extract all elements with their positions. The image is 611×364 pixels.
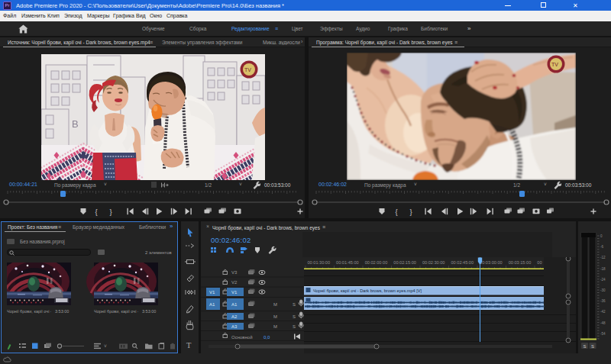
svg-text:TV: TV <box>551 62 558 67</box>
svg-text:-24: -24 <box>600 278 606 282</box>
svg-text:-12: -12 <box>600 256 606 259</box>
svg-text:V3: V3 <box>231 270 238 275</box>
svg-text:V1: V1 <box>231 290 238 295</box>
svg-text:0: 0 <box>600 234 603 238</box>
svg-text:V2: V2 <box>231 280 238 285</box>
svg-text:A1: A1 <box>209 302 215 307</box>
svg-text:S: S <box>293 302 296 307</box>
svg-text:}: } <box>410 208 412 216</box>
svg-text:0,0: 0,0 <box>263 335 270 340</box>
svg-text:00:03:00:00: 00:03:00:00 <box>480 260 503 265</box>
svg-text:˅: ˅ <box>104 343 107 349</box>
svg-text:-6: -6 <box>600 245 604 249</box>
svg-text:T: T <box>186 341 192 350</box>
svg-text:A1: A1 <box>231 302 238 307</box>
svg-text:TV: TV <box>244 67 251 72</box>
svg-text:S: S <box>293 314 296 319</box>
svg-text:00:02:00:00: 00:02:00:00 <box>365 260 388 265</box>
svg-text:M: M <box>273 314 277 319</box>
svg-text:A2: A2 <box>231 314 238 319</box>
svg-text:-48: -48 <box>600 321 606 325</box>
svg-text:00:02:45:00: 00:02:45:00 <box>451 260 474 265</box>
svg-text:-42: -42 <box>600 310 606 314</box>
svg-text:-36: -36 <box>600 299 606 303</box>
svg-text:M: M <box>273 302 277 307</box>
svg-text:V1: V1 <box>209 290 215 295</box>
svg-text:00:02:30:00: 00:02:30:00 <box>422 260 445 265</box>
svg-text:Основной: Основной <box>231 335 253 340</box>
svg-text:M: M <box>273 324 277 329</box>
svg-text:B: B <box>72 118 79 130</box>
svg-text:00:02:15:00: 00:02:15:00 <box>393 260 416 265</box>
svg-text:A3: A3 <box>231 324 238 329</box>
svg-text:-54: -54 <box>600 332 606 336</box>
svg-text:S: S <box>591 344 594 349</box>
svg-text:{: { <box>95 208 98 216</box>
svg-text:00:01:30:00: 00:01:30:00 <box>308 260 331 265</box>
svg-text:-18: -18 <box>600 267 606 271</box>
svg-text:S: S <box>584 344 587 349</box>
svg-text:Чорнiï брови, карiï очi - Dark: Чорнiï брови, карiï очi - Dark brows, br… <box>313 288 422 293</box>
svg-text:00:03:15:00: 00:03:15:00 <box>509 260 532 265</box>
svg-text:{: { <box>396 208 398 216</box>
svg-text:00: 00 <box>537 260 541 265</box>
svg-text:}: } <box>110 208 112 216</box>
svg-text:-30: -30 <box>600 288 606 292</box>
svg-text:00:01:45:00: 00:01:45:00 <box>336 260 359 265</box>
svg-text:S: S <box>293 324 296 329</box>
